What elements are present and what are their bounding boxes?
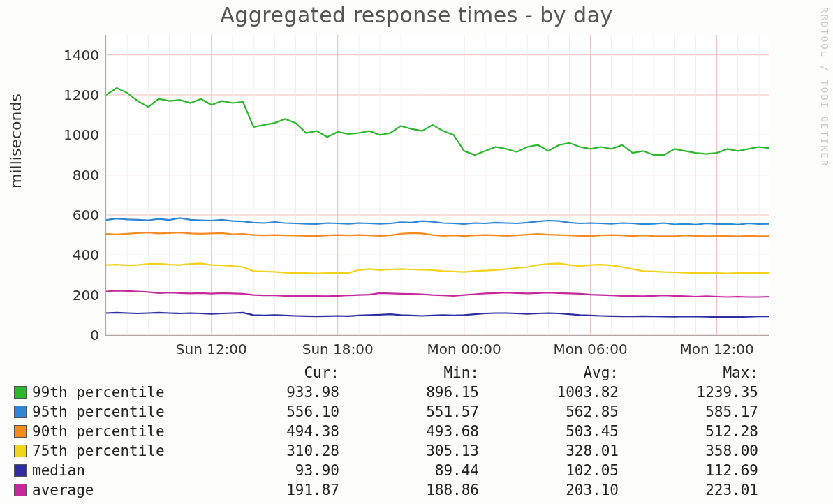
chart-svg (106, 35, 769, 335)
series-line (106, 232, 769, 237)
y-tick: 600 (73, 207, 99, 223)
y-tick: 1400 (64, 47, 99, 64)
y-tick: 200 (73, 287, 99, 304)
legend-avg: 328.01 (500, 443, 640, 459)
legend-header-cur: Cur: (228, 364, 360, 381)
legend-header-min: Min: (360, 364, 500, 381)
legend-max: 112.69 (640, 462, 779, 479)
series-group (106, 88, 769, 317)
y-tick: 800 (73, 167, 99, 184)
legend-max: 358.00 (640, 443, 779, 459)
grid (106, 35, 769, 335)
series-line (106, 313, 769, 317)
legend-label: 99th percentile (32, 384, 228, 401)
legend-avg: 1003.82 (500, 384, 640, 401)
legend-cur: 494.38 (228, 423, 360, 440)
legend-min: 305.13 (360, 443, 500, 459)
legend-cur: 556.10 (228, 403, 360, 420)
legend-header-max: Max: (640, 364, 779, 381)
y-tick: 0 (90, 327, 99, 343)
series-line (106, 290, 769, 297)
legend-row: 95th percentile556.10551.57562.85585.17 (14, 402, 824, 422)
x-tick: Mon 06:00 (554, 341, 628, 357)
legend-swatch (14, 464, 27, 477)
legend-max: 223.01 (640, 482, 779, 498)
legend-avg: 102.05 (500, 462, 640, 479)
x-tick: Sun 18:00 (302, 341, 374, 357)
y-tick: 1000 (64, 126, 99, 143)
legend-cur: 93.90 (228, 462, 360, 479)
legend-avg: 562.85 (500, 403, 640, 420)
legend-swatch (14, 484, 27, 496)
y-tick: 400 (73, 246, 99, 263)
series-line (106, 218, 769, 225)
legend-row: 90th percentile494.38493.68503.45512.28 (14, 422, 824, 441)
legend-header: Cur: Min: Avg: Max: (14, 363, 824, 383)
legend-table: Cur: Min: Avg: Max: 99th percentile933.9… (14, 363, 824, 500)
legend-min: 188.86 (360, 482, 500, 498)
legend-swatch (14, 406, 27, 418)
legend-swatch (14, 386, 27, 399)
y-tick: 1200 (64, 87, 99, 103)
legend-swatch (14, 425, 27, 438)
legend-min: 551.57 (360, 403, 500, 420)
legend-label: average (32, 482, 228, 498)
legend-avg: 503.45 (500, 423, 640, 440)
legend-min: 89.44 (360, 462, 500, 479)
legend-label: 75th percentile (32, 443, 228, 459)
legend-cur: 310.28 (228, 443, 360, 459)
legend-row: average191.87188.86203.10223.01 (14, 480, 824, 500)
legend-row: median93.9089.44102.05112.69 (14, 461, 824, 480)
legend-avg: 203.10 (500, 482, 640, 498)
legend-swatch (14, 445, 27, 457)
legend-min: 493.68 (360, 423, 500, 440)
x-tick: Sun 12:00 (176, 341, 247, 357)
chart-title: Aggregated response times - by day (0, 3, 833, 27)
legend-label: 95th percentile (32, 403, 228, 420)
series-line (106, 88, 769, 155)
legend-max: 512.28 (640, 423, 779, 440)
legend-max: 1239.35 (640, 384, 779, 401)
legend-max: 585.17 (640, 403, 779, 420)
legend-cur: 191.87 (228, 482, 360, 498)
legend-label: median (32, 462, 228, 479)
x-tick: Mon 12:00 (680, 341, 754, 357)
legend-label: 90th percentile (32, 423, 228, 440)
y-axis-label: milliseconds (7, 94, 24, 188)
x-tick: Mon 00:00 (427, 341, 501, 357)
series-line (106, 263, 769, 273)
rrdtool-watermark: RRDTOOL / TOBI OETIKER (819, 7, 830, 167)
plot-area: 0200400600800100012001400Sun 12:00Sun 18… (105, 35, 769, 336)
legend-row: 99th percentile933.98896.151003.821239.3… (14, 383, 824, 402)
legend-cur: 933.98 (228, 384, 360, 401)
legend-row: 75th percentile310.28305.13328.01358.00 (14, 441, 824, 461)
legend-min: 896.15 (360, 384, 500, 401)
legend-header-avg: Avg: (500, 364, 640, 381)
